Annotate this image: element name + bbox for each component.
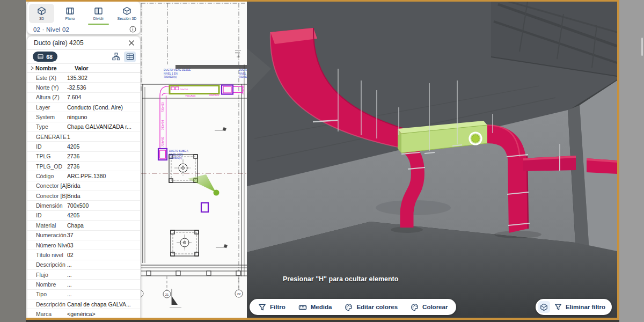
table-view-icon[interactable] [124, 52, 136, 62]
property-row[interactable]: Conector [A] Brida [27, 181, 140, 191]
property-value: 4205 [67, 212, 140, 218]
property-value: 135.302 [67, 75, 140, 81]
filter-button[interactable]: Filtro [258, 303, 286, 311]
plan-grid-bubbles: 21 22 [136, 276, 243, 298]
svg-text:700x500: 700x500 [185, 94, 195, 98]
clear-filter-button[interactable]: Eliminar filtro [554, 303, 605, 311]
property-row[interactable]: Código ARC.PPE.1380 [27, 171, 140, 181]
property-row[interactable]: Norte (Y) -32.536 [27, 83, 140, 92]
property-value: ... [67, 281, 140, 288]
property-row[interactable]: ID 4205 [27, 211, 140, 221]
property-value: <genérica> [67, 311, 140, 317]
property-value: ARC.PPE.1380 [67, 173, 140, 179]
property-row[interactable]: Tipo ... [27, 290, 140, 299]
property-row[interactable]: System ninguno [27, 112, 140, 122]
property-value: Conducto (Cond. Aire) [67, 104, 140, 111]
element-count-badge[interactable]: 68 [33, 52, 57, 62]
plan-duct-run[interactable] [160, 86, 243, 158]
model-cube-icon[interactable] [538, 301, 550, 313]
property-name: ID [27, 143, 67, 150]
property-value: Chapa [67, 222, 140, 229]
colorize-button[interactable]: Colorear [411, 303, 448, 311]
property-name: Norte (Y) [27, 84, 67, 91]
window-frame-right [617, 0, 619, 320]
edit-colors-button[interactable]: Editar colores [345, 303, 398, 311]
plan-grid-lines [141, 3, 247, 289]
property-row[interactable]: TPLG_OD 2736 [27, 162, 140, 171]
viewport-3d[interactable]: Presionar "H" para ocultar elemento Filt… [247, 0, 617, 318]
tab-dividir[interactable]: Dividir [84, 3, 113, 24]
property-row[interactable]: GENERATE 1 [27, 132, 140, 142]
properties-header: Ducto (aire) 4205 [27, 36, 140, 50]
close-icon[interactable] [128, 40, 135, 46]
property-row[interactable]: Conector [B] Brida [27, 191, 140, 201]
svg-text:700x400: 700x400 [162, 102, 164, 112]
property-row[interactable]: Layer Conducto (Cond. Aire) [27, 103, 140, 112]
plan-measure-markers [215, 50, 241, 248]
property-value: ninguno [67, 114, 140, 120]
cube-3d-icon [37, 6, 46, 16]
tab-3d[interactable]: 3D [29, 4, 54, 23]
property-row[interactable]: ID 4205 [27, 142, 140, 151]
property-name: System [27, 114, 67, 120]
plan-annotations: DUCTO VIENE DESDE NIVEL 1 EN 700x500(s) … [164, 69, 247, 159]
desktop-right-strip [619, 0, 644, 322]
column-header-name[interactable]: Nombre [35, 65, 75, 71]
properties-table-body: Este (X) 135.302 Norte (Y) -32.536 Altur… [27, 73, 140, 319]
property-row[interactable]: Flujo ... [27, 270, 140, 280]
property-name: Este (X) [27, 75, 67, 81]
level-selector[interactable]: 02 · Nivel 02 [33, 26, 69, 33]
property-value: Brida [67, 193, 140, 199]
property-value: ... [67, 261, 140, 268]
property-row[interactable]: Dimensión 700x500 [27, 201, 140, 210]
property-row[interactable]: Descripción Canal de chapa GALVA... [27, 299, 140, 309]
property-row[interactable]: Type Chapa GALVANIZADA r... [27, 122, 140, 132]
property-row[interactable]: TPLG 2736 [27, 152, 140, 162]
list-icon [38, 54, 43, 60]
selected-element-title: Ducto (aire) 4205 [34, 39, 84, 47]
property-name: Numeración [27, 232, 67, 238]
mode-tabs: 3D Plano Dividir [27, 3, 141, 24]
property-name: Material [27, 222, 67, 229]
property-name: Altura (Z) [27, 94, 67, 100]
panel-scrollbar[interactable] [641, 38, 643, 56]
funnel-icon [554, 303, 562, 311]
property-row[interactable]: Título nivel 02 [27, 250, 140, 260]
app-window: 700x500 700x500 50x150 700x400 700x400 7… [0, 0, 644, 322]
property-value: 37 [67, 232, 140, 238]
count-row: 68 [27, 50, 140, 64]
property-row[interactable]: Número Nivel 03 [27, 240, 140, 250]
property-value: Chapa GALVANIZADA r... [67, 123, 140, 130]
column-header-value[interactable]: Valor [75, 65, 89, 71]
property-value: Canal de chapa GALVA... [67, 301, 140, 308]
camera-indicator[interactable] [188, 174, 219, 196]
mode-toolbar-card: 3D Plano Dividir [27, 1, 141, 34]
tab-plano[interactable]: Plano [56, 3, 84, 24]
tab-seccion-3d[interactable]: Sección 3D [113, 3, 141, 24]
property-name: Dimensión [27, 202, 67, 209]
property-row[interactable]: Numeración 37 [27, 231, 140, 240]
svg-text:NIVEL 3 EN: NIVEL 3 EN [169, 153, 183, 156]
svg-text:22: 22 [237, 292, 241, 296]
property-name: GENERATE [27, 134, 67, 140]
plan-column-detail [171, 230, 199, 256]
expand-chevron-icon[interactable] [31, 66, 35, 70]
info-icon[interactable] [129, 26, 136, 33]
property-row[interactable]: Este (X) 135.302 [27, 73, 140, 83]
svg-text:700x500(s): 700x500(s) [239, 76, 247, 78]
property-name: Tipo [27, 291, 67, 297]
property-value: 03 [67, 242, 140, 248]
measure-button[interactable]: Medida [298, 303, 332, 311]
desktop-left-strip [0, 0, 26, 322]
property-row[interactable]: Material Chapa [27, 221, 140, 230]
plan-duct-fittings[interactable] [158, 85, 233, 213]
property-row[interactable]: Altura (Z) 7.604 [27, 93, 140, 103]
svg-text:700x400: 700x400 [162, 120, 164, 130]
property-value: 700x500 [67, 202, 140, 209]
property-name: ID [27, 212, 67, 218]
property-value: ... [67, 272, 140, 278]
property-row[interactable]: Nombre ... [27, 280, 140, 289]
property-row[interactable]: Descripción ... [27, 260, 140, 270]
property-value: Brida [67, 182, 140, 189]
tree-view-icon[interactable] [110, 52, 122, 62]
